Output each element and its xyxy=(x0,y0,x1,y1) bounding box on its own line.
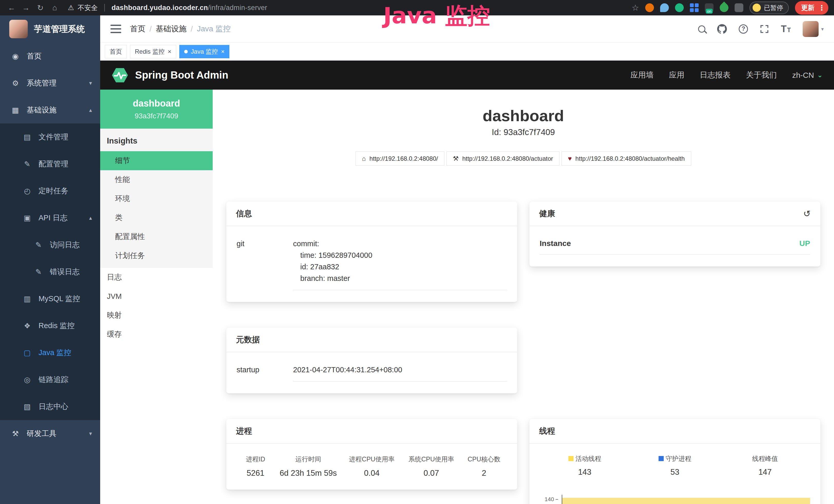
breadcrumb-separator: / xyxy=(150,25,152,33)
gear-icon: ⚙ xyxy=(11,79,20,88)
sidebar-item-home[interactable]: ◉ 首页 xyxy=(0,43,100,70)
sba-side-item-jvm[interactable]: JVM xyxy=(100,287,213,306)
sidebar-item-dev-tools[interactable]: ⚒ 研发工具 ▾ xyxy=(0,420,100,447)
sba-side-item-details[interactable]: 细节 xyxy=(100,151,213,170)
chevron-down-icon: ⌄ xyxy=(817,71,823,79)
tags-view-bar: 首页 Redis 监控 × Java 监控 × xyxy=(100,43,834,61)
extension-fox-icon[interactable] xyxy=(645,3,654,12)
app-logo[interactable]: 芋道管理系统 xyxy=(0,16,100,43)
sba-side-item-environment[interactable]: 环境 xyxy=(100,189,213,208)
sba-side-item-mappings[interactable]: 映射 xyxy=(100,306,213,325)
close-icon[interactable]: × xyxy=(168,48,171,55)
health-row-instance[interactable]: Instance UP xyxy=(540,230,810,255)
threads-live-col: 活动线程 143 xyxy=(540,455,630,477)
sidebar-item-file-management[interactable]: ▤ 文件管理 xyxy=(0,123,100,151)
security-warning-icon: ⚠ xyxy=(68,4,74,12)
page-url[interactable]: dashboard.yudao.iocoder.cn/infra/admin-s… xyxy=(111,4,267,12)
instance-title: dashboard xyxy=(226,107,820,125)
metadata-card-header: 元数据 xyxy=(226,328,517,352)
sidebar-item-infrastructure[interactable]: ▦ 基础设施 ▴ xyxy=(0,96,100,123)
sba-side-item-config-props[interactable]: 配置属性 xyxy=(100,227,213,246)
wrench-icon: ⚒ xyxy=(453,155,459,162)
sidebar-item-mysql-monitor[interactable]: ▥ MySQL 监控 xyxy=(0,285,100,312)
sba-nav-wallboard[interactable]: 应用墙 xyxy=(630,70,654,81)
font-size-icon[interactable]: TT xyxy=(781,24,791,35)
sidebar-item-system-management[interactable]: ⚙ 系统管理 ▾ xyxy=(0,70,100,96)
extension-drop-icon[interactable] xyxy=(660,3,669,12)
process-col-value: 2 xyxy=(461,468,507,478)
log-center-icon: ▧ xyxy=(23,402,32,411)
tab-label: Redis 监控 xyxy=(135,47,164,56)
extension-green-circle-icon[interactable] xyxy=(675,3,684,12)
metadata-key: startup xyxy=(237,364,293,382)
edit-icon: ✎ xyxy=(23,160,32,168)
browser-reload-button[interactable]: ↻ xyxy=(35,2,46,14)
app-logo-image xyxy=(9,20,28,38)
sidebar-item-error-logs[interactable]: ✎ 错误日志 xyxy=(0,258,100,285)
tab-java-monitor[interactable]: Java 监控 × xyxy=(179,45,229,58)
sba-side-item-logs[interactable]: 日志 xyxy=(100,268,213,287)
process-col-process-cpu: 进程CPU使用率 0.04 xyxy=(342,455,402,478)
sba-side-item-scheduled-tasks[interactable]: 计划任务 xyxy=(100,246,213,265)
tab-redis-monitor[interactable]: Redis 监控 × xyxy=(130,45,176,58)
sidebar-item-access-logs[interactable]: ✎ 访问日志 xyxy=(0,231,100,258)
sidebar-item-java-monitor[interactable]: ▢ Java 监控 xyxy=(0,339,100,366)
admin-sidebar: 芋道管理系统 ◉ 首页 ⚙ 系统管理 ▾ ▦ 基础设施 ▴ ▤ 文件管理 xyxy=(0,16,100,504)
sba-side-item-performance[interactable]: 性能 xyxy=(100,170,213,189)
breadcrumb-infrastructure[interactable]: 基础设施 xyxy=(156,24,186,34)
sidebar-item-api-logs[interactable]: ▣ API 日志 ▴ xyxy=(0,204,100,231)
user-avatar[interactable]: ▾ xyxy=(803,21,824,37)
sba-side-item-caches[interactable]: 缓存 xyxy=(100,325,213,344)
sba-instance-header[interactable]: dashboard 93a3fc7f7409 xyxy=(100,90,213,129)
browser-address-bar[interactable]: ⚠ 不安全 dashboard.yudao.iocoder.cn/infra/a… xyxy=(68,3,267,12)
info-row-git: git commit: time: 1596289704000 id: 27aa… xyxy=(237,230,507,290)
health-card-body: Instance UP xyxy=(529,226,820,267)
chrome-update-button[interactable]: 更新 ⋮ xyxy=(795,1,828,15)
instance-health-link[interactable]: ♥ http://192.168.0.2:48080/actuator/heal… xyxy=(562,152,691,166)
history-icon[interactable]: ↺ xyxy=(804,208,811,219)
sba-nav-journal[interactable]: 日志报表 xyxy=(700,70,730,81)
breadcrumb-home[interactable]: 首页 xyxy=(130,24,146,34)
sidebar-item-scheduled-tasks[interactable]: ◴ 定时任务 xyxy=(0,177,100,204)
git-commit-time: time: 1596289704000 xyxy=(293,250,507,261)
extension-plug-icon[interactable] xyxy=(734,3,743,12)
sba-instance-id: 93a3fc7f7409 xyxy=(135,112,178,120)
file-icon: ▤ xyxy=(23,133,32,141)
sidebar-item-label: 配置管理 xyxy=(39,159,68,169)
extension-grid-icon[interactable] xyxy=(690,3,699,12)
threads-live-area xyxy=(562,498,810,504)
sidebar-item-log-center[interactable]: ▧ 日志中心 xyxy=(0,393,100,420)
process-col-value: 5261 xyxy=(237,468,274,478)
profile-paused-badge[interactable]: 已暂停 xyxy=(749,2,789,14)
extension-switch-icon[interactable]: on xyxy=(705,3,714,12)
bookmark-star-icon[interactable]: ☆ xyxy=(632,3,639,13)
threads-chart: 140 120 100 xyxy=(540,495,810,504)
browser-back-button[interactable]: ← xyxy=(6,2,18,14)
instance-actuator-link[interactable]: ⚒ http://192.168.0.2:48080/actuator xyxy=(446,152,559,166)
search-icon[interactable] xyxy=(698,25,705,32)
sidebar-item-tracing[interactable]: ◎ 链路追踪 xyxy=(0,366,100,393)
sba-brand-title[interactable]: Spring Boot Admin xyxy=(135,69,228,81)
extension-leaf-icon[interactable] xyxy=(718,2,730,14)
home-icon: ⌂ xyxy=(362,155,366,162)
process-col-uptime: 运行时间 6d 23h 15m 59s xyxy=(274,455,342,478)
fullscreen-icon[interactable] xyxy=(760,24,769,33)
link-label: http://192.168.0.2:48080/ xyxy=(369,155,438,162)
browser-forward-button[interactable]: → xyxy=(20,2,32,14)
sidebar-item-label: API 日志 xyxy=(39,213,68,223)
breadcrumb: 首页 / 基础设施 / Java 监控 xyxy=(130,24,231,34)
browser-home-button[interactable]: ⌂ xyxy=(49,2,61,14)
chrome-menu-icon[interactable]: ⋮ xyxy=(818,4,825,12)
tab-home[interactable]: 首页 xyxy=(105,45,127,58)
hamburger-icon[interactable] xyxy=(110,25,121,33)
close-icon[interactable]: × xyxy=(221,48,224,55)
sba-side-item-classes[interactable]: 类 xyxy=(100,208,213,227)
instance-base-url-link[interactable]: ⌂ http://192.168.0.2:48080/ xyxy=(355,152,444,166)
sidebar-item-redis-monitor[interactable]: ❖ Redis 监控 xyxy=(0,312,100,339)
help-icon[interactable]: ? xyxy=(739,24,748,33)
github-icon[interactable] xyxy=(717,24,727,34)
sba-nav-applications[interactable]: 应用 xyxy=(669,70,684,81)
sba-nav-about[interactable]: 关于我们 xyxy=(746,70,777,81)
sidebar-item-config-management[interactable]: ✎ 配置管理 xyxy=(0,151,100,177)
sba-language-select[interactable]: zh-CN ⌄ xyxy=(792,71,823,79)
